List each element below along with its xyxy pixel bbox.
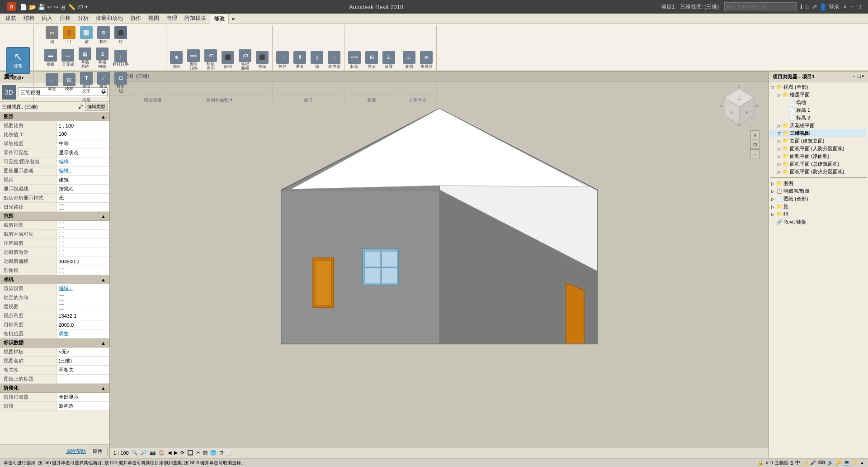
modify-select-btn[interactable]: ↖ 修改 xyxy=(6,47,30,74)
canvas-tool-9[interactable]: ✂ xyxy=(196,450,200,456)
render-link[interactable]: 编辑... xyxy=(57,284,110,293)
graphic-disp-link[interactable]: 编辑... xyxy=(57,167,110,175)
door-btn[interactable]: 🚪 门 xyxy=(61,25,77,46)
tree-item-elevation[interactable]: ▷ 📁 立面 (建筑立面) xyxy=(770,137,867,145)
menu-analyze[interactable]: 分析 xyxy=(74,14,92,23)
status-icon-3[interactable]: 🌙 xyxy=(802,460,808,466)
scale-indicator[interactable]: 1 : 100 xyxy=(113,450,129,456)
tree-item-area-net[interactable]: ▷ 📁 面积平面 (净面积) xyxy=(770,152,867,160)
left-splitter[interactable] xyxy=(110,71,111,458)
close-x-icon[interactable]: × xyxy=(843,3,847,10)
status-icon-5[interactable]: ⌨ xyxy=(818,460,826,466)
annot-clip-checkbox[interactable] xyxy=(59,241,64,246)
canvas-tool-7[interactable]: ⟳ xyxy=(180,450,184,456)
canvas-tool-13[interactable]: ⬜ xyxy=(226,450,232,456)
ref-set-btn[interactable]: ⊥ 参照 xyxy=(401,50,417,71)
tree-item-revit-links[interactable]: 🔗 Revit 链接 xyxy=(770,218,867,226)
area-btn[interactable]: ⬛ 面积 xyxy=(220,50,236,71)
tree-item-area-civil[interactable]: ▷ 📁 面积平面 (人防分区面积) xyxy=(770,145,867,152)
level-btn[interactable]: ⟺ 标高 xyxy=(346,50,363,71)
menu-view[interactable]: 视图 xyxy=(145,14,163,23)
tree-item-sheets[interactable]: ▷ 📄 图纸 (全部) xyxy=(770,195,867,203)
view-name-val[interactable]: (三维) xyxy=(57,357,110,365)
tree-item-level2[interactable]: 📄 标高 2 xyxy=(770,114,867,122)
parts-vis-val[interactable]: 显示状态 xyxy=(57,148,110,157)
status-icon-8[interactable]: 💻 xyxy=(844,460,850,466)
ramp-btn[interactable]: ⟋ 坡道 xyxy=(44,72,60,93)
qa-measure[interactable]: 📏 xyxy=(68,4,75,10)
railing-btn[interactable]: ⫿ 栏杆扶手 xyxy=(111,49,130,68)
canvas-tool-3[interactable]: 📷 xyxy=(150,450,156,456)
tree-item-area-fire[interactable]: ▷ 📁 面积平面 (防火分区面积) xyxy=(770,168,867,176)
tag-area-btn[interactable]: 🏷 标记面积 xyxy=(237,48,253,72)
status-icon-7[interactable]: 🔑 xyxy=(835,460,842,466)
status-icon-9[interactable]: ⚡ xyxy=(852,460,858,466)
hidden-line-val[interactable]: 按规程 xyxy=(57,185,110,193)
zoom-extent-btn[interactable]: ⊡ xyxy=(750,140,760,149)
canvas-tool-2[interactable]: 🔎 xyxy=(141,450,147,456)
section-box-checkbox[interactable] xyxy=(59,268,64,273)
stair-btn[interactable]: ▤ 楼梯 xyxy=(61,72,77,93)
canvas-tool-12[interactable]: ⊡ xyxy=(219,450,223,456)
floor-btn[interactable]: ▬ 楼板 xyxy=(42,48,59,68)
tree-item-level1[interactable]: 📄 标高 1 xyxy=(770,106,867,114)
qa-redo[interactable]: ↪ xyxy=(54,4,59,10)
select-dropdown[interactable]: 选择 ▾ xyxy=(13,75,24,81)
edit-view-type-icon[interactable]: 🖊 xyxy=(78,104,83,110)
search-input[interactable] xyxy=(724,2,797,11)
menu-architecture[interactable]: 建筑 xyxy=(2,14,20,23)
grid-btn[interactable]: ⊞ 显示 xyxy=(363,50,380,71)
detail-level-val[interactable]: 中等 xyxy=(57,139,110,148)
ref-plane-btn[interactable]: ⊥ 设置 xyxy=(381,50,397,71)
zoom-in-btn[interactable]: + xyxy=(750,130,760,139)
status-icon-2[interactable]: 中 xyxy=(795,459,800,466)
section-graphics-header[interactable]: 图形▲ xyxy=(0,112,109,121)
status-icon-1[interactable]: S xyxy=(790,460,793,466)
perspective-checkbox[interactable] xyxy=(59,304,64,310)
tree-item-3d-view[interactable]: ▽ 📁 三维视图 xyxy=(770,129,867,137)
tag-room-btn[interactable]: 🏷 标记房间 xyxy=(203,48,219,72)
component-btn[interactable]: ⚙ 构件 xyxy=(95,25,112,46)
qa-open[interactable]: 📂 xyxy=(29,4,36,10)
section-camera-header[interactable]: 相机▲ xyxy=(0,275,109,284)
discipline-val[interactable]: 建筑 xyxy=(57,176,110,184)
qa-print[interactable]: 🖨 xyxy=(61,4,66,10)
qa-undo[interactable]: ↩ xyxy=(47,4,52,10)
far-offset-value[interactable] xyxy=(57,257,110,266)
section-scope-header[interactable]: 范围▲ xyxy=(0,212,109,221)
canvas-tool-8[interactable]: 🔲 xyxy=(187,450,193,456)
tree-item-area-gross[interactable]: ▷ 📁 面积平面 (总建筑面积) xyxy=(770,160,867,168)
user-icon[interactable]: 👤 xyxy=(819,3,827,10)
qa-tag[interactable]: 🏷 xyxy=(77,4,83,10)
curtain-grid-btn[interactable]: ⊞ 幕墙网格 xyxy=(94,47,110,70)
menu-addins[interactable]: 附加模块 xyxy=(181,14,210,23)
analysis-val[interactable]: 无 xyxy=(57,194,110,202)
restore-icon[interactable]: □ xyxy=(857,3,861,10)
model-line-btn[interactable]: ∕ 模型线 xyxy=(95,71,112,95)
curtain-system-btn[interactable]: ▦ 幕墙系统 xyxy=(77,47,93,70)
qa-dropdown[interactable]: ▾ xyxy=(85,4,88,10)
info-icon[interactable]: ℹ xyxy=(800,3,802,10)
prop-scale-value[interactable] xyxy=(57,121,110,130)
menu-extra[interactable]: ▸ xyxy=(229,14,239,23)
lock-dir-checkbox[interactable] xyxy=(59,295,64,300)
section-phasing-header[interactable]: 阶段化▲ xyxy=(0,384,109,393)
model-text-btn[interactable]: T 模型文字 xyxy=(78,71,94,95)
wall-opening-btn[interactable]: ▯ 墙 xyxy=(309,50,325,71)
tree-item-legend[interactable]: ▷ 📁 图例 xyxy=(770,180,867,187)
column-btn[interactable]: ⬛ 柱 xyxy=(113,25,129,46)
target-height-value[interactable] xyxy=(57,320,110,329)
canvas-area[interactable]: 三维视图: (三维) xyxy=(110,71,769,458)
menu-annotate[interactable]: 注释 xyxy=(56,14,74,23)
tree-item-groups[interactable]: ▷ 📁 组 xyxy=(770,210,867,218)
dormer-btn[interactable]: ⌂ 老虎窗 xyxy=(326,50,342,71)
status-icon-6[interactable]: 🔊 xyxy=(827,460,834,466)
star-icon[interactable]: ☆ xyxy=(804,3,810,10)
by-face-btn[interactable]: ⬛ 按面 xyxy=(254,50,270,71)
clip-visible-checkbox[interactable] xyxy=(59,232,64,237)
wall-btn[interactable]: ▭ 墙 xyxy=(44,25,60,46)
sheet-title-value[interactable] xyxy=(57,375,110,383)
zoom-out-btn[interactable]: - xyxy=(750,149,760,158)
right-splitter[interactable] xyxy=(768,71,769,458)
room-btn[interactable]: ⊕ 房间 xyxy=(168,50,184,71)
